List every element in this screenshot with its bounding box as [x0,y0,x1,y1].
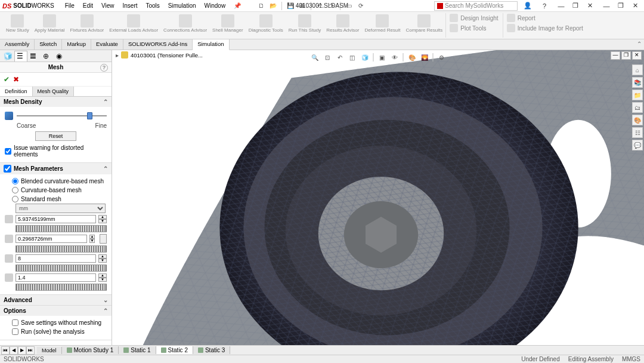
model-view[interactable] [112,50,644,345]
menu-file[interactable]: File [61,1,78,10]
tab-next-icon[interactable]: ▶ [18,346,26,355]
taskpane-appearances-icon[interactable]: 🎨 [632,115,643,125]
menu-edit[interactable]: Edit [79,1,97,10]
ruler-1[interactable] [16,225,107,232]
spinner-4[interactable]: ▲▼ [98,273,107,282]
ribbon-results-advisor[interactable]: Results Advisor [324,13,361,38]
qat-save-icon[interactable]: 💾 [286,1,295,11]
prev-view-icon[interactable]: ↶ [335,52,345,63]
tab-assembly[interactable]: Assembly [0,39,35,50]
menu-window[interactable]: Window [201,1,230,10]
radio-standard[interactable]: Standard mesh [5,195,107,204]
taskpane-resources-icon[interactable]: ⌂ [632,64,643,75]
menu-pin-icon[interactable]: 📌 [230,1,244,10]
viewport[interactable]: ▸ 40103001 (Tensioner Pulle... 🔍 ⊡ ↶ ◫ 🧊… [112,50,644,345]
ribbon-connections[interactable]: Connections Advisor [161,13,209,38]
qat-rebuild-icon[interactable]: ⟳ [356,1,366,11]
ribbon-deformed-result[interactable]: Deformed Result [362,13,402,38]
doc-minimize-icon[interactable]: — [600,1,613,11]
fm-property-icon[interactable]: ☰ [14,51,27,61]
ribbon-report[interactable]: Report [507,13,583,23]
doc-close-icon[interactable]: ✕ [628,1,642,11]
subtab-mesh-quality[interactable]: Mesh Quality [33,87,75,96]
menu-simulation[interactable]: Simulation [165,1,200,10]
taskpane-view-palette-icon[interactable]: 🗂 [632,102,643,113]
restore-icon[interactable]: ❐ [569,1,582,11]
param-input-4[interactable] [16,273,96,282]
ribbon-compare-results[interactable]: Compare Results [403,13,445,38]
tab-last-icon[interactable]: ⏭ [26,346,35,355]
tab-addins[interactable]: SOLIDWORKS Add-Ins [123,39,193,50]
minimize-icon[interactable]: — [555,1,568,11]
btab-static-3[interactable]: Static 3 [193,346,230,354]
login-icon[interactable]: 👤 [521,1,534,11]
section-hdr-options[interactable]: Options ⌃ [0,306,112,316]
ribbon-external-loads[interactable]: External Loads Advisor [107,13,160,38]
panel-help-icon[interactable]: ? [100,64,108,72]
flyout-part-name[interactable]: 40103001 (Tensioner Pulle... [131,52,203,59]
spinner-3[interactable]: ▲▼ [98,254,107,263]
appearance-icon[interactable]: 🎨 [407,52,417,63]
scene-icon[interactable]: 🌄 [419,52,430,63]
reset-button[interactable]: Reset [35,131,77,141]
help-icon[interactable]: ? [538,1,551,11]
warning-checkbox[interactable]: Issue warning for distorted elements [5,143,107,159]
tab-prev-icon[interactable]: ◀ [10,346,18,355]
warning-checkbox-input[interactable] [5,148,11,155]
ribbon-collapse-icon[interactable]: ⌃ [637,41,642,47]
btab-model[interactable]: Model [37,347,62,354]
view-orientation-icon[interactable]: 🧊 [360,52,370,63]
slider-thumb[interactable] [87,112,92,119]
section-view-icon[interactable]: ◫ [347,52,358,63]
cancel-button[interactable]: ✖ [13,75,19,84]
ribbon-plot-tools[interactable]: Plot Tools [450,23,498,33]
vp-close-icon[interactable]: ✕ [632,51,642,60]
section-hdr-mesh-density[interactable]: Mesh Density ⌃ [0,97,112,107]
menu-insert[interactable]: Insert [119,1,141,10]
btab-motion-study[interactable]: Motion Study 1 [62,346,119,354]
vp-restore-icon[interactable]: ❐ [621,51,631,60]
ribbon-diagnostic[interactable]: Diagnostic Tools [246,13,286,38]
btab-static-2[interactable]: Static 2 [156,346,193,354]
taskpane-explorer-icon[interactable]: 📁 [632,90,643,100]
taskpane-forum-icon[interactable]: 💬 [632,140,643,150]
spinner-2[interactable]: ▲▼ [89,235,95,243]
ribbon-fixtures[interactable]: Fixtures Advisor [67,13,106,38]
display-style-icon[interactable]: ▣ [377,52,388,63]
ruler-4[interactable] [16,284,107,291]
btab-static-1[interactable]: Static 1 [119,346,156,354]
search-box[interactable]: Search MySolidWorks [434,1,518,11]
ruler-2[interactable] [16,245,107,253]
section-hdr-mesh-parameters[interactable]: Mesh Parameters ⌃ [0,163,112,174]
save-settings-checkbox[interactable]: Save settings without meshing [5,318,107,327]
view-settings-icon[interactable]: ⚙ [436,52,447,63]
subtab-definition[interactable]: Definition [0,87,33,96]
fm-dimxpert-icon[interactable]: ⊕ [41,51,54,61]
spinner-1[interactable]: ▲▼ [98,215,107,223]
hide-show-icon[interactable]: 👁 [389,52,400,63]
link-values-icon[interactable] [100,234,107,244]
status-units[interactable]: MMGS [622,356,640,362]
unit-select[interactable]: mm [16,204,106,213]
ribbon-include-image[interactable]: Include Image for Report [507,23,583,33]
mesh-params-checkbox[interactable] [4,165,11,173]
slider-track[interactable] [17,112,107,120]
tab-markup[interactable]: Markup [62,39,91,50]
param-input-2[interactable] [16,235,87,243]
zoom-area-icon[interactable]: ⊡ [322,52,333,63]
taskpane-library-icon[interactable]: 📚 [632,77,643,88]
taskpane-properties-icon[interactable]: ☷ [632,127,643,138]
qat-new-icon[interactable]: 🗋 [256,1,266,11]
fm-config-icon[interactable]: 𝌆 [27,51,41,61]
param-input-3[interactable] [16,254,96,263]
ribbon-design-insight[interactable]: Design Insight [450,13,498,23]
fm-display-icon[interactable]: ◉ [54,51,67,61]
menu-tools[interactable]: Tools [143,1,163,10]
menu-view[interactable]: View [98,1,118,10]
ribbon-run-study[interactable]: Run This Study [286,13,324,38]
ribbon-apply-material[interactable]: Apply Material [32,13,67,38]
doc-restore-icon[interactable]: ❐ [614,1,627,11]
ok-button[interactable]: ✔ [4,75,10,84]
ribbon-shell-manager[interactable]: Shell Manager [210,13,246,38]
radio-curvature[interactable]: Curvature-based mesh [5,186,107,195]
